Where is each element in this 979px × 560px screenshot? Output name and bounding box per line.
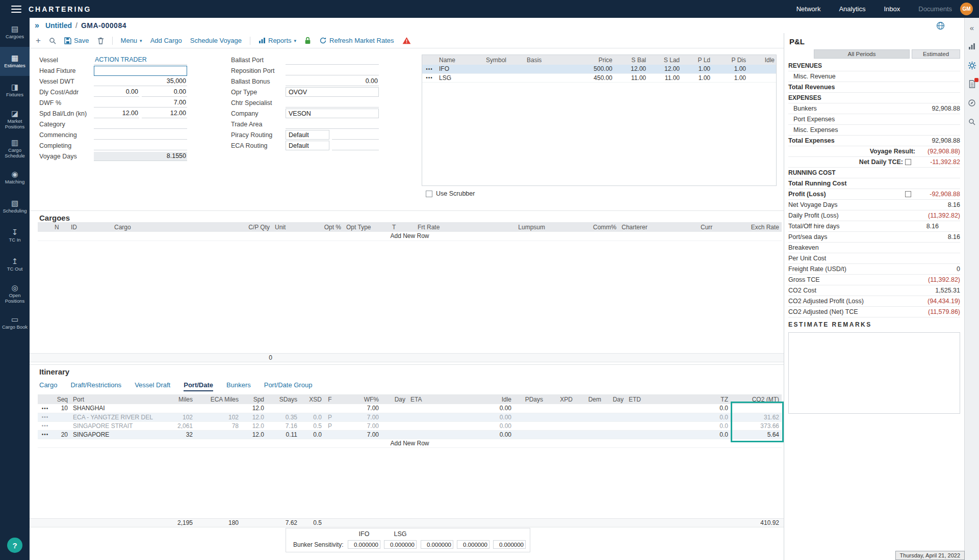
bunker-row[interactable]: •••IFO500.0012.0012.001.001.00	[422, 65, 777, 73]
sidebar-item-tc-out[interactable]: ↥TC Out	[0, 250, 30, 279]
validation-warning-button[interactable]	[402, 37, 411, 44]
cell-idle[interactable]	[749, 73, 777, 82]
add-button[interactable]: +	[36, 36, 41, 45]
cell-eca-miles[interactable]: 102	[195, 413, 241, 421]
tab-cargo[interactable]: Cargo	[39, 381, 57, 391]
cell-co2-mt[interactable]: 5.64	[731, 430, 782, 439]
cell-co2-mt[interactable]: 373.66	[731, 421, 782, 430]
use-scrubber-toggle[interactable]: Use Scrubber	[426, 190, 475, 197]
cell-idle[interactable]	[749, 65, 777, 73]
field-eca-routing[interactable]: Default	[286, 141, 329, 150]
cell-s-bal[interactable]: 12.00	[615, 65, 649, 73]
cell-s-lad[interactable]: 11.00	[649, 73, 682, 82]
tab-port-date[interactable]: Port/Date	[184, 381, 213, 391]
lock-button[interactable]	[304, 37, 311, 44]
sidebar-item-open-positions[interactable]: ◎Open Positions	[0, 279, 30, 308]
add-cargo-button[interactable]: Add Cargo	[150, 37, 182, 44]
field-chtr-specialist[interactable]	[286, 98, 379, 108]
sidebar-item-scheduling[interactable]: ▧Scheduling	[0, 192, 30, 221]
cell-xpd[interactable]	[546, 421, 575, 430]
pnl-tab-estimated[interactable]: Estimated	[912, 49, 960, 59]
search-button[interactable]	[49, 37, 56, 44]
cell-eca-miles[interactable]	[195, 404, 241, 413]
cell-dem[interactable]	[575, 421, 604, 430]
cell-xsd[interactable]: 0.0	[300, 413, 324, 421]
cell-seq[interactable]: 20	[53, 430, 70, 439]
field-eca-routing-extra[interactable]	[332, 141, 379, 150]
schedule-voyage-button[interactable]: Schedule Voyage	[190, 37, 242, 44]
cell-xpd[interactable]	[546, 404, 575, 413]
cell-pdays[interactable]	[514, 430, 546, 439]
field-spd-bal-ldn-kn-2[interactable]	[142, 109, 187, 118]
cell-etd[interactable]	[626, 430, 708, 439]
cell-day-2[interactable]	[604, 430, 626, 439]
tab-port-date-group[interactable]: Port/Date Group	[264, 381, 313, 391]
cell-day-2[interactable]	[604, 404, 626, 413]
sidebar-item-cargo-schedule[interactable]: ▥Cargo Schedule	[0, 134, 30, 163]
cell-xsd[interactable]	[300, 404, 324, 413]
cell-basis[interactable]	[524, 73, 569, 82]
field-head-fixture[interactable]	[94, 66, 187, 76]
cell-miles[interactable]: 2,061	[154, 421, 195, 430]
tab-vessel-draft[interactable]: Vessel Draft	[135, 381, 170, 391]
cell-symbol[interactable]	[483, 73, 524, 82]
itinerary-row[interactable]: •••20SINGAPORE3212.00.110.07.000.000.05.…	[38, 430, 782, 439]
cell-f[interactable]: P	[324, 421, 336, 430]
estimate-remarks-box[interactable]	[788, 332, 960, 414]
cell-f[interactable]	[324, 404, 336, 413]
user-avatar[interactable]: GM	[960, 3, 973, 15]
add-new-row-button[interactable]: Add New Row	[38, 232, 782, 241]
sidebar-item-cargoes[interactable]: ▤Cargoes	[0, 18, 30, 47]
expand-panel-button[interactable]: »	[35, 21, 39, 30]
cell-p-dis[interactable]: 1.00	[713, 73, 749, 82]
cell-spd[interactable]: 12.0	[241, 421, 267, 430]
topnav-analytics[interactable]: Analytics	[839, 5, 865, 13]
sidebar-item-estimates[interactable]: ▦Estimates	[0, 47, 30, 76]
row-menu-button[interactable]: •••	[38, 421, 53, 430]
row-menu-button[interactable]: •••	[422, 73, 436, 82]
cell-tz[interactable]: 0.0	[708, 413, 731, 421]
cell-day[interactable]	[381, 413, 408, 421]
cell-sdays[interactable]: 0.35	[267, 413, 300, 421]
use-scrubber-checkbox[interactable]	[426, 191, 432, 197]
cell-wf-pct[interactable]: 7.00	[336, 413, 381, 421]
delete-button[interactable]	[97, 37, 104, 44]
bunker-sensitivity-input-5[interactable]	[493, 540, 526, 549]
cell-co2-mt[interactable]	[731, 404, 782, 413]
field-vessel-dwt[interactable]	[94, 77, 187, 86]
field-opr-type[interactable]: OVOV	[286, 87, 379, 97]
cell-name[interactable]: LSG	[436, 73, 483, 82]
field-voyage-days[interactable]	[94, 152, 187, 161]
row-menu-button[interactable]: •••	[38, 413, 53, 421]
cell-seq[interactable]: 10	[53, 404, 70, 413]
cell-sdays[interactable]: 7.16	[267, 421, 300, 430]
cell-idle[interactable]: 0.00	[483, 430, 514, 439]
field-dly-cost-addr-2[interactable]	[142, 88, 187, 97]
cell-symbol[interactable]	[483, 65, 524, 73]
cell-spd[interactable]: 12.0	[241, 413, 267, 421]
cell-name[interactable]: IFO	[436, 65, 483, 73]
field-ballast-bonus[interactable]	[286, 77, 379, 86]
cell-tz[interactable]: 0.0	[708, 404, 731, 413]
field-category[interactable]	[94, 120, 187, 129]
cell-eta[interactable]	[408, 413, 483, 421]
help-button[interactable]: ?	[7, 538, 22, 553]
cell-wf-pct[interactable]: 7.00	[336, 421, 381, 430]
collapse-pnl-button[interactable]: «	[967, 23, 976, 32]
field-spd-bal-ldn-kn-1[interactable]	[94, 109, 139, 118]
field-vessel[interactable]	[94, 56, 187, 65]
cell-wf-pct[interactable]: 7.00	[336, 404, 381, 413]
cell-p-ld[interactable]: 1.00	[682, 65, 713, 73]
cell-basis[interactable]	[524, 65, 569, 73]
pnl-tab-all-periods[interactable]: All Periods	[814, 49, 910, 59]
cell-day[interactable]	[381, 430, 408, 439]
cell-seq[interactable]	[53, 421, 70, 430]
itinerary-row[interactable]: •••SINGAPORE STRAIT2,0617812.07.160.5P7.…	[38, 421, 782, 430]
field-company[interactable]: VESON	[286, 109, 379, 118]
field-commencing[interactable]	[94, 130, 187, 140]
cell-eta[interactable]	[408, 430, 483, 439]
menu-button[interactable]: Menu ▾	[121, 37, 142, 44]
cell-f[interactable]: P	[324, 413, 336, 421]
checkbox-icon[interactable]	[905, 191, 911, 197]
cell-co2-mt[interactable]: 31.62	[731, 413, 782, 421]
